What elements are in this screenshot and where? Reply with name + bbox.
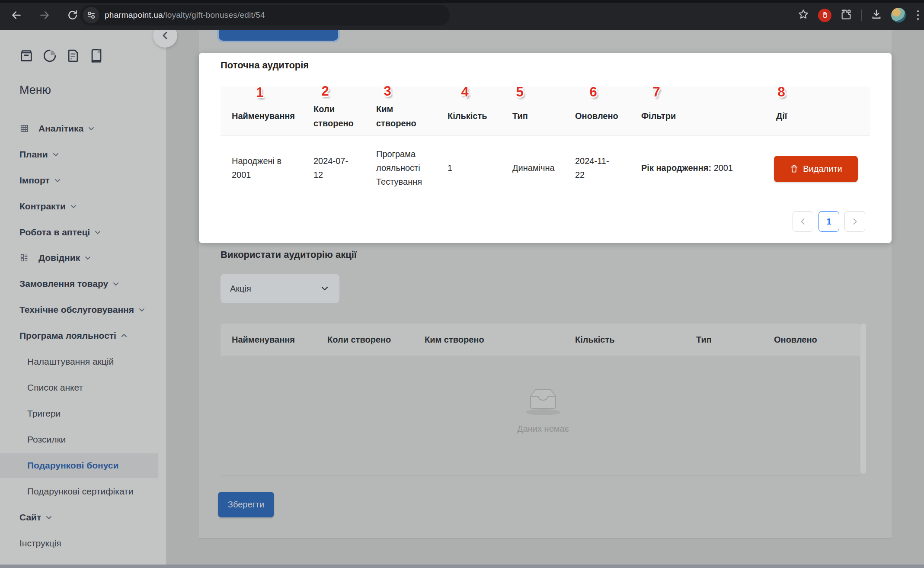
chevron-down-icon <box>54 177 61 184</box>
book-icon[interactable] <box>89 48 104 65</box>
menu-heading: Меню <box>19 83 51 97</box>
chevron-down-icon <box>84 254 91 261</box>
sidebar-item-maintenance[interactable]: Технічне обслуговування <box>19 303 145 317</box>
container-bottom-edge <box>199 538 892 539</box>
window-top-edge <box>0 0 924 3</box>
col-actions: Дії <box>776 109 819 123</box>
browser-menu-icon[interactable] <box>914 10 921 20</box>
chevron-down-icon <box>88 125 95 132</box>
col-filters: Фільтри <box>641 109 697 123</box>
current-audience-title: Поточна аудиторія <box>221 60 309 71</box>
sidebar-item-questionnaires[interactable]: Список анкет <box>27 381 83 395</box>
cell-type: Динамічна <box>512 161 569 175</box>
annotation-5: 5 <box>511 84 528 100</box>
address-bar[interactable]: pharmapoint.ua/loyalty/gift-bonuses/edit… <box>80 5 450 26</box>
toolbar-separator <box>861 10 862 21</box>
annotation-3: 3 <box>379 83 396 99</box>
url-host: pharmapoint.ua <box>105 10 163 19</box>
annotation-6: 6 <box>585 84 602 100</box>
promo-section-title: Використати аудиторію акції <box>221 249 357 260</box>
empty-box-icon <box>524 385 562 416</box>
trash-icon <box>790 164 799 173</box>
promo-select[interactable]: Акція <box>221 274 339 303</box>
filter-label: Рік народження: <box>641 163 711 173</box>
cell-count: 1 <box>448 161 499 175</box>
promo-col-updated: Оновлено <box>774 335 817 345</box>
col-name: Найменування <box>232 109 305 123</box>
sidebar-item-gift-certificates[interactable]: Подарункові сертифікати <box>27 485 133 498</box>
filter-value: 2001 <box>714 163 733 173</box>
cell-updated: 2024-11-22 <box>575 154 618 182</box>
forward-button[interactable] <box>37 8 52 22</box>
annotation-8: 8 <box>773 84 790 100</box>
cell-name: Народжені в 2001 <box>232 154 297 182</box>
sidebar-item-promo-settings[interactable]: Налаштування акцій <box>27 355 114 369</box>
chevron-down-icon <box>52 151 59 158</box>
annotation-4: 4 <box>456 84 473 100</box>
sidebar-item-mailings[interactable]: Розсилки <box>27 433 66 446</box>
pagination-next-button[interactable] <box>844 211 865 232</box>
promo-col-name: Найменування <box>232 335 295 345</box>
sidebar-item-contracts[interactable]: Контракти <box>19 199 77 213</box>
browser-toolbar: pharmapoint.ua/loyalty/gift-bonuses/edit… <box>0 0 924 30</box>
save-button[interactable]: Зберегти <box>218 492 274 517</box>
list-icon <box>19 253 29 263</box>
sidebar-item-pharmacy-work[interactable]: Робота в аптеці <box>19 225 101 239</box>
chevron-down-icon <box>112 280 119 287</box>
sidebar-item-site[interactable]: Сайт <box>19 510 52 524</box>
chevron-down-icon <box>138 306 145 313</box>
pagination-prev-button[interactable] <box>793 211 813 232</box>
url-text[interactable]: pharmapoint.ua/loyalty/gift-bonuses/edit… <box>105 10 265 20</box>
pagination-page-1[interactable]: 1 <box>818 211 839 232</box>
col-updated: Оновлено <box>575 109 631 123</box>
bookmark-star-icon[interactable] <box>797 8 809 22</box>
chevron-right-icon <box>851 218 859 225</box>
window-bottom-edge <box>0 565 924 568</box>
adblock-extension-icon[interactable] <box>818 9 831 22</box>
delete-button[interactable]: Видалити <box>774 156 858 182</box>
sidebar-item-loyalty-program[interactable]: Програма лояльності <box>19 329 128 343</box>
promo-table-scrollbar[interactable] <box>860 324 866 474</box>
annotation-1: 1 <box>251 85 269 100</box>
url-path: /loyalty/gift-bonuses/edit/54 <box>163 10 265 19</box>
back-button[interactable] <box>9 8 24 22</box>
promo-select-value: Акція <box>230 284 320 294</box>
cell-created-by: Програма лояльності Тестування <box>376 147 435 189</box>
chevron-up-icon <box>121 332 128 339</box>
promo-col-type: Тип <box>696 335 712 345</box>
site-info-icon[interactable] <box>83 7 99 23</box>
promo-col-created-at: Коли створено <box>327 335 391 345</box>
annotation-2: 2 <box>317 83 334 99</box>
chevron-left-icon <box>161 31 169 40</box>
empty-state-text: Даних немає <box>500 424 586 434</box>
empty-state: Даних немає <box>500 385 586 434</box>
chevron-down-icon <box>320 284 329 293</box>
chevron-down-icon <box>45 514 52 521</box>
chevron-down-icon <box>94 229 101 236</box>
promo-table-header-row <box>221 324 860 356</box>
promo-col-count: Кількість <box>575 335 615 345</box>
sidebar-item-directory[interactable]: Довідник <box>19 251 91 265</box>
annotation-7: 7 <box>648 84 665 100</box>
sidebar: Меню Аналітика Плани Імпорт Контракти Ро… <box>0 30 167 565</box>
sidebar-item-import[interactable]: Імпорт <box>19 173 61 187</box>
sidebar-item-plans[interactable]: Плани <box>19 148 59 161</box>
sidebar-item-analytics[interactable]: Аналітика <box>19 122 95 135</box>
grid-icon <box>19 124 29 133</box>
reload-button[interactable] <box>65 8 80 22</box>
sidebar-item-gift-bonuses[interactable]: Подарункові бонуси <box>27 459 118 472</box>
downloads-icon[interactable] <box>870 8 882 22</box>
chevron-left-icon <box>799 218 807 225</box>
archive-icon[interactable] <box>19 48 34 65</box>
col-count: Кількість <box>448 109 504 123</box>
sidebar-item-triggers[interactable]: Тригери <box>27 407 61 420</box>
document-icon[interactable] <box>66 48 80 65</box>
profile-avatar[interactable] <box>891 8 906 22</box>
sidebar-item-instruction[interactable]: Інструкція <box>19 536 61 550</box>
col-type: Тип <box>512 109 556 123</box>
col-created-by: Ким створено <box>376 102 422 131</box>
pie-chart-icon[interactable] <box>42 48 57 65</box>
extensions-puzzle-icon[interactable] <box>840 8 852 22</box>
col-created-at: Коли створено <box>313 102 359 131</box>
sidebar-item-goods-order[interactable]: Замовлення товару <box>19 277 119 291</box>
